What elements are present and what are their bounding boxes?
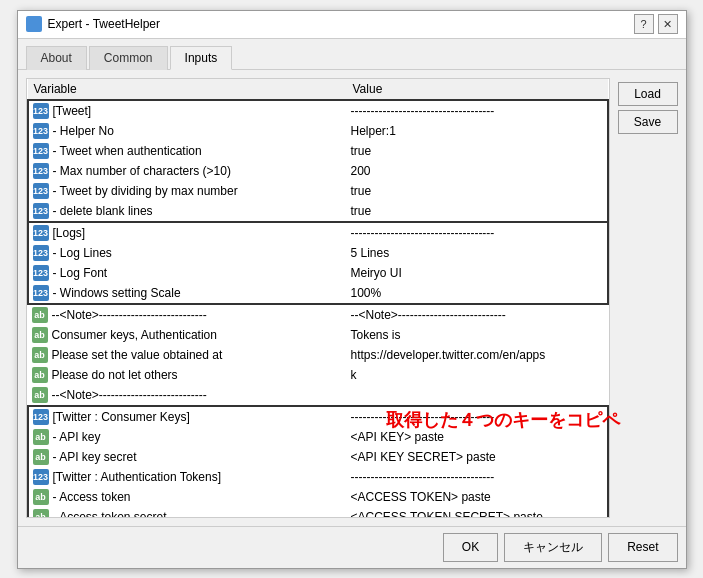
icon-123: 123 [33, 123, 49, 139]
app-icon [26, 16, 42, 32]
title-bar-controls: ? ✕ [634, 14, 678, 34]
variable-name: [Twitter : Authentication Tokens] [53, 470, 222, 484]
icon-123: 123 [33, 409, 49, 425]
save-button[interactable]: Save [618, 110, 678, 134]
table-row: ab- Access token secret<ACCESS TOKEN SEC… [28, 507, 608, 518]
table-row: ab--<Note>--------------------------- [28, 385, 608, 406]
table-row: 123- Helper NoHelper:1 [28, 121, 608, 141]
variable-name: - Tweet when authentication [53, 144, 202, 158]
reset-button[interactable]: Reset [608, 533, 677, 562]
table-row: 123- Log FontMeiryo UI [28, 263, 608, 283]
cell-variable: ab- API key secret [28, 447, 347, 467]
cell-variable: 123[Tweet] [28, 100, 347, 121]
main-area: Variable Value 123[Tweet]---------------… [26, 78, 678, 518]
variable-name: - Log Font [53, 266, 108, 280]
cell-variable: 123- Log Font [28, 263, 347, 283]
cell-value: Meiryo UI [347, 263, 608, 283]
variable-name: - API key [53, 430, 101, 444]
ok-button[interactable]: OK [443, 533, 498, 562]
title-bar-left: Expert - TweetHelper [26, 16, 161, 32]
variable-name: - Access token secret [53, 510, 167, 518]
cell-variable: 123[Twitter : Authentication Tokens] [28, 467, 347, 487]
tab-about[interactable]: About [26, 46, 87, 70]
cell-value: true [347, 141, 608, 161]
cell-variable: 123[Twitter : Consumer Keys] [28, 406, 347, 427]
cell-variable: 123- Helper No [28, 121, 347, 141]
icon-ab: ab [33, 489, 49, 505]
variable-name: - Windows setting Scale [53, 286, 181, 300]
table-row: ab- Access token<ACCESS TOKEN> paste [28, 487, 608, 507]
table-container[interactable]: Variable Value 123[Tweet]---------------… [26, 78, 610, 518]
icon-123: 123 [33, 103, 49, 119]
table-row: 123[Logs]-------------------------------… [28, 222, 608, 243]
table-row: ab- API key secret<API KEY SECRET> paste [28, 447, 608, 467]
cell-value [347, 385, 608, 406]
tab-common[interactable]: Common [89, 46, 168, 70]
cell-value: Tokens is [347, 325, 608, 345]
cell-variable: 123- Windows setting Scale [28, 283, 347, 304]
variable-name: - Helper No [53, 124, 114, 138]
cell-variable: 123- Tweet by dividing by max number [28, 181, 347, 201]
col-variable: Variable [28, 79, 347, 100]
icon-123: 123 [33, 225, 49, 241]
table-wrapper: Variable Value 123[Tweet]---------------… [26, 78, 610, 518]
close-button[interactable]: ✕ [658, 14, 678, 34]
variable-name: [Tweet] [53, 104, 92, 118]
cell-variable: 123- Log Lines [28, 243, 347, 263]
icon-ab: ab [32, 327, 48, 343]
side-buttons: Load Save [618, 78, 678, 134]
table-row: 123- Windows setting Scale100% [28, 283, 608, 304]
table-row: ab--<Note>-----------------------------<… [28, 304, 608, 325]
cell-variable: abConsumer keys, Authentication [28, 325, 347, 345]
title-bar: Expert - TweetHelper ? ✕ [18, 11, 686, 39]
cell-value: ------------------------------------ [347, 222, 608, 243]
help-button[interactable]: ? [634, 14, 654, 34]
cancel-button[interactable]: キャンセル [504, 533, 602, 562]
variable-name: - Max number of characters (>10) [53, 164, 231, 178]
window-title: Expert - TweetHelper [48, 17, 161, 31]
icon-123: 123 [33, 265, 49, 281]
load-button[interactable]: Load [618, 82, 678, 106]
icon-123: 123 [33, 245, 49, 261]
icon-ab: ab [32, 387, 48, 403]
table-row: 123[Twitter : Authentication Tokens]----… [28, 467, 608, 487]
cell-value: true [347, 201, 608, 222]
variable-name: - delete blank lines [53, 204, 153, 218]
cell-value: ------------------------------------ [347, 406, 608, 427]
table-row: abPlease set the value obtained athttps:… [28, 345, 608, 365]
cell-value: 100% [347, 283, 608, 304]
variable-name: [Logs] [53, 226, 86, 240]
variable-name: --<Note>--------------------------- [52, 308, 207, 322]
table-row: 123- Max number of characters (>10)200 [28, 161, 608, 181]
icon-123: 123 [33, 143, 49, 159]
cell-variable: 123- Max number of characters (>10) [28, 161, 347, 181]
icon-ab: ab [33, 429, 49, 445]
main-window: Expert - TweetHelper ? ✕ About Common In… [17, 10, 687, 569]
icon-123: 123 [33, 469, 49, 485]
cell-value: Helper:1 [347, 121, 608, 141]
cell-value: <ACCESS TOKEN> paste [347, 487, 608, 507]
table-row: 123[Twitter : Consumer Keys]------------… [28, 406, 608, 427]
table-header-row: Variable Value [28, 79, 608, 100]
icon-ab: ab [33, 509, 49, 518]
cell-value: --<Note>--------------------------- [347, 304, 608, 325]
table-row: abConsumer keys, AuthenticationTokens is [28, 325, 608, 345]
variable-name: - Log Lines [53, 246, 112, 260]
variable-name: --<Note>--------------------------- [52, 388, 207, 402]
cell-variable: ab--<Note>--------------------------- [28, 304, 347, 325]
variable-name: Consumer keys, Authentication [52, 328, 217, 342]
table-row: abPlease do not let othersk [28, 365, 608, 385]
cell-value: <API KEY> paste [347, 427, 608, 447]
icon-123: 123 [33, 163, 49, 179]
table-row: 123- Log Lines5 Lines [28, 243, 608, 263]
cell-value: true [347, 181, 608, 201]
icon-ab: ab [32, 367, 48, 383]
variable-name: - API key secret [53, 450, 137, 464]
cell-value: 200 [347, 161, 608, 181]
tab-inputs[interactable]: Inputs [170, 46, 233, 70]
cell-variable: abPlease do not let others [28, 365, 347, 385]
variable-name: [Twitter : Consumer Keys] [53, 410, 190, 424]
variable-name: - Tweet by dividing by max number [53, 184, 238, 198]
variable-name: Please do not let others [52, 368, 178, 382]
cell-variable: ab--<Note>--------------------------- [28, 385, 347, 406]
